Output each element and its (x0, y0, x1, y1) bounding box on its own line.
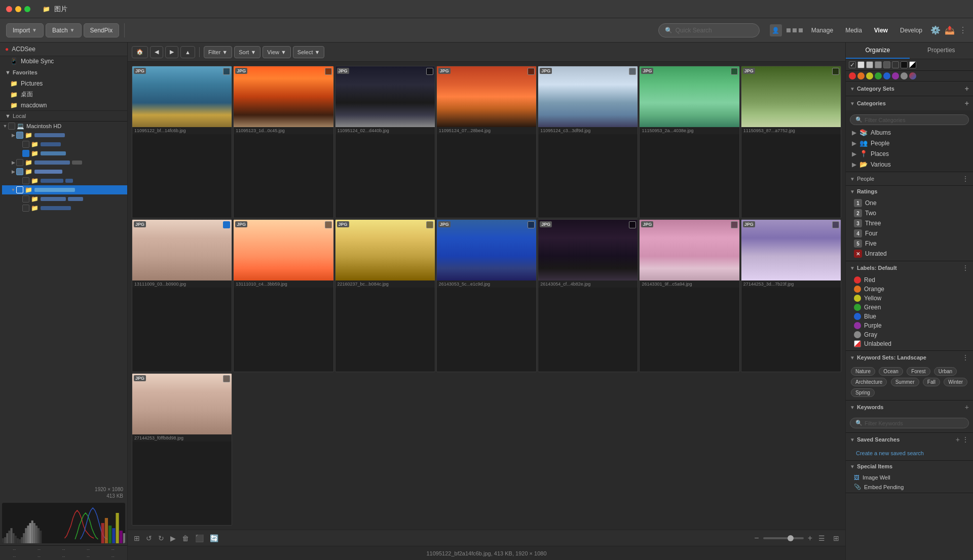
mobile-sync-item[interactable]: 📱 Mobile Sync (0, 56, 127, 66)
check-7[interactable] (22, 195, 29, 203)
keyword-forest[interactable]: Forest (907, 367, 930, 376)
tree-row-7[interactable]: 📁 (2, 194, 127, 204)
label-unlabeled[interactable]: Unlabeled (852, 339, 967, 348)
maximize-button[interactable] (24, 6, 30, 12)
photo-item-1[interactable]: JPG 11095122_bf...14fc6b.jpg (132, 66, 232, 218)
user-icon[interactable]: 👤 (770, 24, 782, 36)
photo-item-4[interactable]: JPG 11095124_07...28be4.jpg (436, 66, 537, 218)
tree-row-3[interactable]: 📁 (2, 149, 127, 158)
tab-organize[interactable]: Organize (846, 43, 910, 59)
photo-checkbox-5[interactable] (629, 68, 636, 75)
photo-checkbox-12[interactable] (629, 221, 636, 228)
swatch-blue[interactable] (883, 72, 890, 79)
zoom-slider[interactable] (763, 537, 804, 539)
photo-item-5[interactable]: JPG 11095124_c3...3df9d.jpg (538, 66, 638, 218)
zoom-in-icon[interactable]: + (808, 534, 812, 543)
keyword-urban[interactable]: Urban (934, 367, 957, 376)
categories-add-button[interactable]: + (965, 99, 969, 107)
swatch-white[interactable] (857, 61, 865, 68)
photo-checkbox-8[interactable] (223, 221, 230, 228)
share-icon[interactable]: 📤 (945, 25, 955, 35)
back-button[interactable]: ◀ (150, 46, 163, 58)
forward-button[interactable]: ▶ (165, 46, 178, 58)
swatch-green[interactable] (875, 72, 882, 79)
swatch-mixed[interactable] (909, 72, 916, 79)
tree-check-macintosh[interactable] (8, 123, 15, 130)
tree-row-8[interactable]: 📁 (2, 204, 127, 213)
swatch-lightgray[interactable] (866, 61, 873, 68)
saved-searches-add-button[interactable]: + (956, 435, 960, 444)
select-dropdown[interactable]: Select ▼ (293, 46, 324, 58)
keyword-fall[interactable]: Fall (923, 378, 940, 386)
media-mode-button[interactable]: Media (841, 25, 866, 36)
embed-pending-item[interactable]: 📎 Embed Pending (850, 482, 969, 492)
import-button[interactable]: Import ▼ (6, 23, 44, 37)
labels-header[interactable]: ▼ Labels: Default ⋮ (846, 261, 973, 274)
view-mode-button[interactable]: View (870, 25, 892, 36)
swatch-gray[interactable] (875, 61, 882, 68)
saved-searches-header[interactable]: ▼ Saved Searches + ⋮ (846, 433, 973, 446)
sidebar-item-macdown[interactable]: 📁 macdown (0, 100, 127, 110)
check-2[interactable] (22, 141, 29, 148)
special-items-header[interactable]: ▼ Special Items (846, 461, 973, 472)
favorites-header[interactable]: ▼ Favorites (0, 66, 127, 78)
develop-mode-button[interactable]: Develop (896, 25, 926, 36)
ratings-header[interactable]: ▼ Ratings (846, 186, 973, 197)
category-places[interactable]: ▶ 📍 Places (850, 148, 969, 159)
label-purple[interactable]: Purple (852, 321, 967, 330)
rotate-right-button[interactable]: ↻ (156, 533, 166, 543)
label-orange[interactable]: Orange (852, 285, 967, 294)
keywords-header[interactable]: ▼ Keywords + (846, 401, 973, 414)
keyword-architecture[interactable]: Architecture (851, 378, 887, 386)
list-view-button[interactable]: ☰ (816, 533, 827, 543)
check-3[interactable] (22, 150, 29, 157)
tree-row-4[interactable]: ▶ 📁 (2, 158, 127, 167)
photo-item-3[interactable]: JPG 11095124_02...d440b.jpg (335, 66, 435, 218)
keyword-ocean[interactable]: Ocean (879, 367, 903, 376)
photo-item-6[interactable]: JPG 11150953_2a...4038e.jpg (639, 66, 739, 218)
check-6[interactable] (22, 177, 29, 184)
category-people[interactable]: ▶ 👥 People (850, 138, 969, 148)
swatch-gray2[interactable] (901, 72, 908, 79)
image-well-item[interactable]: 🖼 Image Well (850, 473, 969, 482)
check-1[interactable] (16, 132, 23, 139)
compare-button[interactable]: ⊞ (132, 533, 142, 543)
keyword-sets-header[interactable]: ▼ Keyword Sets: Landscape ⋮ (846, 351, 973, 364)
tab-properties[interactable]: Properties (910, 43, 974, 59)
sidebar-item-desktop[interactable]: 📁 桌面 (0, 89, 127, 100)
photo-item-13[interactable]: JPG 26143301_9f...c5a94.jpg (639, 219, 739, 372)
swatch-darkgray[interactable] (883, 61, 890, 68)
photo-item-8[interactable]: JPG 13111009_03...b0900.jpg (132, 219, 232, 372)
manage-mode-button[interactable]: Manage (807, 25, 837, 36)
minimize-button[interactable] (15, 6, 21, 12)
people-more-icon[interactable]: ⋮ (962, 175, 969, 183)
swatch-nearblack[interactable] (892, 61, 899, 68)
photo-checkbox-6[interactable] (731, 68, 738, 75)
category-various[interactable]: ▶ 📂 Various (850, 159, 969, 170)
zoom-handle[interactable] (788, 535, 794, 541)
tree-row-6[interactable]: 📁 (2, 176, 127, 185)
photo-checkbox-2[interactable] (325, 68, 332, 75)
labels-more-icon[interactable]: ⋮ (962, 264, 969, 272)
photo-checkbox-13[interactable] (731, 221, 738, 228)
label-green[interactable]: Green (852, 303, 967, 312)
check-8[interactable] (22, 205, 29, 212)
keyword-winter[interactable]: Winter (944, 378, 967, 386)
photo-item-15[interactable]: JPG 27144253_f0ffb8d98.jpg (132, 373, 232, 526)
home-button[interactable]: 🏠 (132, 46, 148, 58)
categories-header[interactable]: ▼ Categories + (846, 96, 973, 110)
settings-icon[interactable]: ⚙️ (930, 25, 941, 35)
photo-item-7[interactable]: JPG 11150953_87...a7752.jpg (741, 66, 841, 218)
sort-dropdown[interactable]: Sort ▼ (234, 46, 260, 58)
grid-view-button[interactable]: ⊞ (831, 533, 841, 543)
swatch-black[interactable] (901, 61, 908, 68)
photo-checkbox-10[interactable] (426, 221, 433, 228)
delete-button[interactable]: 🗑 (180, 533, 191, 543)
people-sub-header[interactable]: ▼ People ⋮ (846, 172, 973, 185)
zoom-out-icon[interactable]: − (754, 534, 759, 543)
label-yellow[interactable]: Yellow (852, 294, 967, 303)
label-blue[interactable]: Blue (852, 312, 967, 321)
saved-searches-more-icon[interactable]: ⋮ (962, 435, 969, 444)
category-sets-add-button[interactable]: + (965, 85, 969, 93)
keywords-add-button[interactable]: + (965, 403, 969, 411)
